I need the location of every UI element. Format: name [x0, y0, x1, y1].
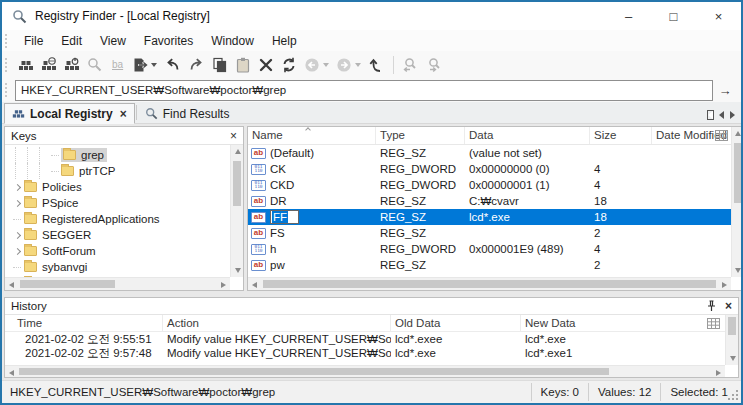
tree-item-segger[interactable]: SEGGER	[5, 227, 243, 243]
folder-icon	[24, 230, 37, 240]
column-size[interactable]: Size	[590, 127, 652, 144]
table-row-selected[interactable]: FF REG_SZ lcd*.exe 18	[248, 209, 731, 225]
values-horizontal-scrollbar[interactable]	[248, 277, 731, 290]
values-vertical-scrollbar[interactable]	[731, 127, 743, 277]
find-previous-icon[interactable]	[399, 55, 422, 75]
column-old-data[interactable]: Old Data	[391, 315, 521, 331]
table-row[interactable]: CK REG_DWORD 0x00000000 (0) 4	[248, 161, 731, 177]
back-icon[interactable]	[301, 55, 332, 75]
registry-search-icon[interactable]	[38, 55, 60, 75]
menu-help[interactable]: Help	[263, 32, 306, 50]
local-registry-icon[interactable]	[15, 55, 37, 75]
search-icon[interactable]	[84, 55, 106, 75]
column-data[interactable]: Data	[465, 127, 590, 144]
minimize-button[interactable]: –	[606, 2, 651, 30]
history-section: History × Time Action Old Data New Data	[2, 293, 741, 380]
maximize-button[interactable]: □	[651, 2, 696, 30]
go-arrow-icon[interactable]: →	[713, 83, 737, 98]
table-row[interactable]: CKD REG_DWORD 0x00000001 (1) 4	[248, 177, 731, 193]
tab-scroll-right-icon[interactable]	[730, 111, 735, 119]
scrollbar-thumb[interactable]	[263, 280, 716, 288]
redo-icon[interactable]	[185, 55, 208, 75]
forward-icon[interactable]	[333, 55, 364, 75]
column-action[interactable]: Action	[163, 315, 391, 331]
table-row[interactable]: (Default) REG_SZ (value not set)	[248, 145, 731, 161]
keys-pane-header: Keys ×	[5, 127, 243, 145]
column-chooser-icon[interactable]	[715, 130, 728, 141]
table-row[interactable]: DR REG_SZ C:₩cvavr 18	[248, 193, 731, 209]
menu-favorites[interactable]: Favorites	[135, 32, 202, 50]
close-button[interactable]: ×	[696, 2, 741, 30]
tree-item-policies[interactable]: Policies	[5, 179, 243, 195]
scrollbar-thumb[interactable]	[233, 161, 241, 206]
rename-edit-field[interactable]: FF	[270, 210, 299, 224]
menubar-grip[interactable]	[5, 34, 9, 48]
tree-item-ptrtcp[interactable]: ptrTCP	[5, 163, 243, 179]
export-icon[interactable]	[129, 55, 160, 75]
undo-icon[interactable]	[161, 55, 184, 75]
tab-scroll-left-icon[interactable]	[719, 111, 724, 119]
tab-find-results[interactable]: Find Results	[138, 103, 237, 124]
toolbar: ba	[2, 51, 741, 78]
rename-icon[interactable]: ba	[107, 57, 128, 72]
menu-edit[interactable]: Edit	[52, 32, 91, 50]
tree-item-pspice[interactable]: PSpice	[5, 195, 243, 211]
menu-file[interactable]: File	[15, 32, 52, 50]
expand-chevron-icon[interactable]	[10, 233, 24, 238]
menu-view[interactable]: View	[91, 32, 135, 50]
registry-power-icon[interactable]	[61, 55, 83, 75]
column-type[interactable]: Type	[376, 127, 465, 144]
keys-pane-close-icon[interactable]: ×	[230, 129, 237, 143]
expand-chevron-icon[interactable]	[10, 185, 24, 190]
tree-item-registeredapplications[interactable]: RegisteredApplications	[5, 211, 243, 227]
history-vertical-scrollbar[interactable]	[725, 315, 738, 365]
values-list: (Default) REG_SZ (value not set) CK REG_…	[248, 145, 743, 290]
table-row[interactable]: pw REG_SZ 2	[248, 257, 731, 273]
expand-chevron-icon[interactable]	[10, 249, 24, 254]
column-time[interactable]: Time	[5, 315, 163, 331]
tree-item-grep[interactable]: grep	[5, 147, 243, 163]
copy-icon[interactable]	[209, 55, 231, 75]
folder-icon	[24, 262, 37, 272]
column-chooser-icon[interactable]	[707, 318, 720, 329]
folder-icon	[24, 198, 37, 208]
history-close-icon[interactable]: ×	[725, 299, 732, 313]
refresh-icon[interactable]	[278, 55, 300, 75]
find-next-icon[interactable]	[423, 55, 446, 75]
resize-grip[interactable]	[736, 390, 738, 392]
address-bar: HKEY_CURRENT_USER₩Software₩poctor₩grep →	[2, 78, 741, 102]
pin-icon[interactable]	[706, 300, 717, 312]
keys-vertical-scrollbar[interactable]	[230, 145, 243, 277]
string-value-icon	[251, 228, 266, 239]
scrollbar-thumb[interactable]	[19, 368, 609, 375]
delete-icon[interactable]	[255, 55, 277, 75]
addressbar-grip[interactable]	[5, 83, 9, 97]
tab-local-registry[interactable]: Local Registry ×	[4, 103, 135, 124]
scrollbar-thumb[interactable]	[20, 280, 115, 288]
keys-horizontal-scrollbar[interactable]	[5, 277, 230, 290]
folder-icon	[61, 166, 74, 176]
keys-tree: grep ptrTCP Policies PSpice RegisteredAp…	[5, 145, 243, 290]
scrollbar-thumb[interactable]	[728, 317, 736, 335]
column-name[interactable]: Name	[248, 127, 376, 144]
tree-item-sybanvgi[interactable]: sybanvgi	[5, 259, 243, 275]
menu-window[interactable]: Window	[202, 32, 263, 50]
tree-item-softforum[interactable]: SoftForum	[5, 243, 243, 259]
history-row[interactable]: 2021-02-02 오전 9:57:48 Modify value HKEY_…	[5, 346, 725, 360]
table-row[interactable]: h REG_DWORD 0x000001E9 (489) 4	[248, 241, 731, 257]
up-icon[interactable]	[365, 55, 387, 75]
expand-chevron-icon[interactable]	[10, 201, 24, 206]
dword-value-icon	[251, 244, 266, 255]
app-icon	[12, 9, 27, 24]
scrollbar-thumb[interactable]	[734, 143, 742, 203]
paste-icon[interactable]	[232, 55, 254, 75]
history-horizontal-scrollbar[interactable]	[5, 365, 725, 377]
column-new-data[interactable]: New Data	[521, 315, 712, 331]
address-input[interactable]: HKEY_CURRENT_USER₩Software₩poctor₩grep	[15, 80, 713, 101]
tab-scroll-left-icon[interactable]	[708, 111, 713, 119]
sort-ascending-icon	[305, 127, 311, 133]
toolbar-grip[interactable]	[5, 58, 9, 72]
history-row[interactable]: 2021-02-02 오전 9:55:51 Modify value HKEY_…	[5, 332, 725, 346]
table-row[interactable]: FS REG_SZ 2	[248, 225, 731, 241]
tab-close-icon[interactable]: ×	[120, 107, 127, 121]
